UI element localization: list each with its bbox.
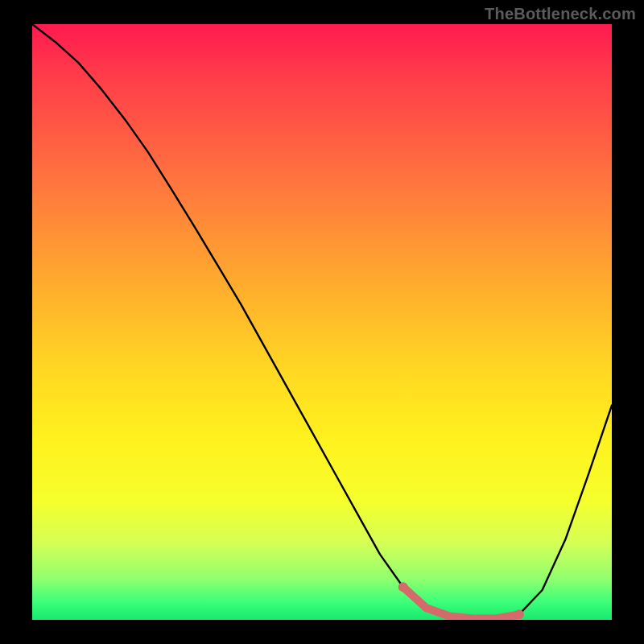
plot-area: [32, 24, 612, 620]
curve-layer: [32, 24, 612, 620]
optimal-band: [403, 587, 519, 618]
optimal-marker-right: [514, 609, 524, 619]
watermark-text: TheBottleneck.com: [485, 5, 636, 23]
chart-stage: TheBottleneck.com: [0, 0, 644, 644]
optimal-marker-left: [398, 582, 408, 592]
bottleneck-curve: [32, 24, 612, 619]
